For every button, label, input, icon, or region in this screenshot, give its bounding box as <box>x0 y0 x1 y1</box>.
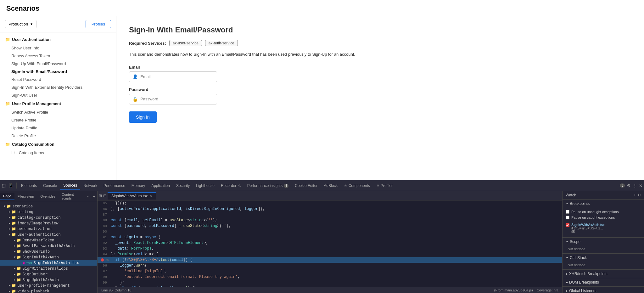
tree-item-signout[interactable]: ▶📁SignOutUser <box>0 271 97 277</box>
tree-item-reset-pw[interactable]: ▶📁ResetPasswordWithAxAuth <box>0 243 97 249</box>
tree-item-personalization[interactable]: ▶📁personalization <box>0 226 97 232</box>
tree-item-billing[interactable]: ▶📁billing <box>0 209 97 215</box>
split-icon[interactable]: ⊟ <box>103 194 106 198</box>
new-snippet-icon[interactable]: + <box>91 194 97 199</box>
environment-dropdown[interactable]: Production ▼ <box>5 20 36 28</box>
tab-security[interactable]: Security <box>173 182 193 190</box>
tab-network[interactable]: Network <box>80 182 100 190</box>
breakpoint-file-name: SignInWithAxAuth.tsx <box>571 223 605 227</box>
tab-console[interactable]: Console <box>40 182 60 190</box>
sidebar-item-list-catalog[interactable]: List Catalog Items <box>0 149 116 157</box>
scope-arrow-icon: ▼ <box>566 240 568 243</box>
tree-item-signin-file[interactable]: ▣tsxSignInWithAxAuth.tsx <box>0 260 97 266</box>
xhr-header[interactable]: ▶ XHR/fetch Breakpoints <box>563 270 644 278</box>
scope-header[interactable]: ▼ Scope <box>563 238 644 246</box>
tab-elements[interactable]: Elements <box>18 182 40 190</box>
subtab-more[interactable]: » <box>84 193 91 200</box>
call-stack-status: Not paused <box>563 262 644 269</box>
sidebar-item-renew-access-token[interactable]: Renew Access Token <box>0 52 116 60</box>
line-content-87 <box>111 212 562 217</box>
nav-group-title-profile-mgmt[interactable]: 📁 User Profile Management <box>0 99 116 108</box>
watch-icons: + ↻ <box>634 193 641 197</box>
breakpoint-item-checkbox[interactable] <box>566 223 569 227</box>
tab-components[interactable]: ⚛ Components <box>341 182 373 190</box>
folder-icon-profile: 📁 <box>5 101 10 106</box>
add-watch-icon[interactable]: + <box>634 193 636 197</box>
nav-group-title-user-auth[interactable]: 📁 User Authentication <box>0 35 116 44</box>
profiles-button[interactable]: Profiles <box>86 20 111 28</box>
tab-performance-insights[interactable]: Performance insights 4 <box>244 182 292 190</box>
sidebar-item-external-idp[interactable]: Sign-In With External Identity Providers <box>0 83 116 91</box>
environment-label: Production <box>8 22 28 26</box>
devtools-body: Page Filesystem Overrides Content script… <box>0 191 644 293</box>
email-section: Email 👤 <box>129 65 631 82</box>
nav-group-title-catalog[interactable]: 📁 Catalog Consumption <box>0 140 116 149</box>
nav-group-user-auth: 📁 User Authentication Show User Info Ren… <box>0 35 116 99</box>
tab-application[interactable]: Application <box>148 182 173 190</box>
tab-profiler[interactable]: ⚛ Profiler <box>373 182 396 190</box>
tab-sources[interactable]: Sources <box>60 181 80 190</box>
password-input[interactable] <box>140 97 214 101</box>
close-tab-icon[interactable]: ✕ <box>149 194 152 198</box>
global-header[interactable]: ▶ Global Listeners <box>563 287 644 293</box>
line-num-85: 85 <box>98 200 111 206</box>
tree-item-signup[interactable]: ▶📁SignUpWithAxAuth <box>0 277 97 283</box>
line-num-87: 87 <box>98 212 111 217</box>
content-area: Sign-In With Email/Password Required Ser… <box>116 16 644 180</box>
tree-item-video[interactable]: ▶📁video-playback <box>0 288 97 293</box>
refresh-watch-icon[interactable]: ↻ <box>638 193 641 197</box>
pause-uncaught-checkbox[interactable] <box>566 210 569 214</box>
tree-item-showuserinfo[interactable]: ▶📁ShowUserInfo <box>0 249 97 254</box>
tab-performance[interactable]: Performance <box>100 182 128 190</box>
sidebar-item-create-profile[interactable]: Create Profile <box>0 116 116 124</box>
tree-item-profile-mgmt[interactable]: ▶📁user-profile-management <box>0 283 97 288</box>
active-file-tab[interactable]: SignInWithAxAuth.tsx ✕ <box>108 192 156 200</box>
tab-cookie-editor[interactable]: Cookie Editor <box>292 182 321 190</box>
more-icon[interactable]: ⋮ <box>633 183 637 188</box>
code-status-bar: Line 95, Column 10 (From main.a620de0a.j… <box>98 287 562 293</box>
sidebar-item-signin[interactable]: Sign-In with Email/Password <box>0 68 116 76</box>
line-content-92: _event: React.FormEvent<HTMLFormElement>… <box>111 240 562 246</box>
tree-item-user-auth[interactable]: ▼📁user-authentication <box>0 232 97 237</box>
line-num-90: 90 <box>98 229 111 234</box>
sidebar-item-show-user-info[interactable]: Show User Info <box>0 44 116 52</box>
breakpoints-header[interactable]: ▼ Breakpoints <box>563 200 644 208</box>
subtab-page[interactable]: Page <box>0 193 14 200</box>
sidebar-item-switch-profile[interactable]: Switch Active Profile <box>0 108 116 116</box>
tree-item-signwithext[interactable]: ▶📁SignWithExternalIdps <box>0 266 97 271</box>
email-icon: 👤 <box>132 74 138 79</box>
sidebar-item-reset-password[interactable]: Reset Password <box>0 76 116 83</box>
watch-header[interactable]: Watch + ↻ <box>563 191 644 199</box>
tab-adblock[interactable]: AdBlock <box>321 182 341 190</box>
dom-header[interactable]: ▶ DOM Breakpoints <box>563 278 644 286</box>
tab-memory[interactable]: Memory <box>128 182 148 190</box>
line-content-93: _data: FormProps, <box>111 246 562 251</box>
subtab-overrides[interactable]: Overrides <box>37 193 59 200</box>
device-icon[interactable]: 📱 <box>8 183 14 189</box>
call-stack-header[interactable]: ▼ Call Stack <box>563 254 644 262</box>
close-devtools-icon[interactable]: ✕ <box>639 183 643 188</box>
tree-item-signin-folder[interactable]: ▼📁SignInWithAxAuth <box>0 254 97 260</box>
sign-in-button[interactable]: Sign In <box>129 111 157 123</box>
inspect-icon[interactable]: ⬚ <box>1 183 6 189</box>
tree-item-catalog[interactable]: ▶📁catalog-consumption <box>0 215 97 220</box>
tab-recorder[interactable]: Recorder ⚠ <box>218 182 244 190</box>
pause-caught-checkbox[interactable] <box>566 216 569 219</box>
sidebar-item-signup[interactable]: Sign-Up With Email/Password <box>0 60 116 68</box>
tree-item-renew[interactable]: ▶📁RenewUserToken <box>0 237 97 243</box>
breakpoint-line-num: 95 <box>571 230 605 234</box>
breakpoint-condition-text: if (!/\S+@\S+\.\S+/.te... <box>571 227 605 230</box>
format-icon[interactable]: ⊞ <box>99 194 102 198</box>
scope-section: ▼ Scope Not paused <box>563 238 644 254</box>
tree-item-scenarios[interactable]: ▼📁scenarios <box>0 203 97 209</box>
line-num-94: 94 <box>98 251 111 257</box>
sidebar-item-delete-profile[interactable]: Delete Profile <box>0 132 116 140</box>
tree-item-image[interactable]: ▶📁image/ImagePreview <box>0 220 97 226</box>
subtab-filesystem[interactable]: Filesystem <box>14 193 37 200</box>
sidebar-item-update-profile[interactable]: Update Profile <box>0 124 116 132</box>
subtab-content-scripts[interactable]: Content scripts <box>59 191 84 202</box>
sidebar-item-signout[interactable]: Sign-Out User <box>0 91 116 99</box>
settings-icon[interactable]: ⚙ <box>627 183 631 188</box>
email-input[interactable] <box>140 74 214 79</box>
tab-lighthouse[interactable]: Lighthouse <box>193 182 218 190</box>
